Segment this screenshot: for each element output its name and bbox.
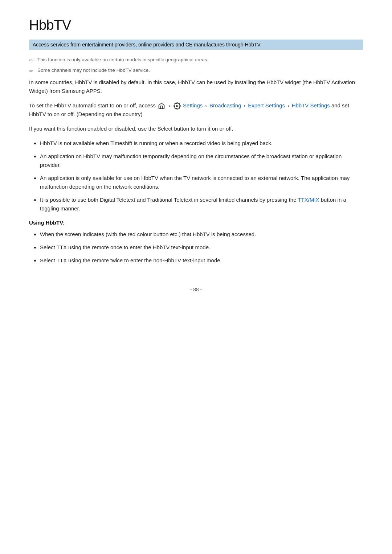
highlight-bar: Access services from entertainment provi… xyxy=(29,40,363,50)
page-footer: - 88 - xyxy=(29,287,363,292)
home-icon xyxy=(158,102,165,110)
page-title: HbbTV xyxy=(29,17,363,33)
note-item-2: ✏ Some channels may not include the HbbT… xyxy=(29,67,363,74)
using-hbbtv-heading: Using HbbTV: xyxy=(29,219,363,226)
chevron-3: › xyxy=(244,103,245,108)
para-3: If you want this function enabled or dis… xyxy=(29,124,363,133)
para-1: In some countries, HbbTV is disabled by … xyxy=(29,78,363,95)
settings-link[interactable]: Settings xyxy=(183,102,203,108)
chevron-4: › xyxy=(287,103,289,108)
using-bullet-list: When the screen indicates (with the red … xyxy=(40,230,363,265)
using-bullet-3: Select TTX using the remote twice to ent… xyxy=(40,256,363,265)
main-bullet-list: HbbTV is not available when Timeshift is… xyxy=(40,139,363,213)
settings-icon xyxy=(173,102,181,110)
bullet-item-2: An application on HbbTV may malfunction … xyxy=(40,152,363,169)
para-2: To set the HbbTV automatic start to on o… xyxy=(29,101,363,119)
bullet-item-4: It is possible to use both Digital Telet… xyxy=(40,196,363,213)
chevron-2: › xyxy=(205,103,207,108)
broadcasting-link[interactable]: Broadcasting xyxy=(209,102,241,108)
pencil-icon-1: ✏ xyxy=(29,57,34,64)
note-text-1: This function is only available on certa… xyxy=(37,57,208,62)
using-bullet-1: When the screen indicates (with the red … xyxy=(40,230,363,239)
ttx-mix-link[interactable]: TTX/MIX xyxy=(298,197,319,203)
para2-prefix: To set the HbbTV automatic start to on o… xyxy=(29,102,156,108)
bullet-item-1: HbbTV is not available when Timeshift is… xyxy=(40,139,363,148)
note-text-2: Some channels may not include the HbbTV … xyxy=(37,67,150,73)
hbbtv-settings-link[interactable]: HbbTV Settings xyxy=(292,102,330,108)
svg-point-0 xyxy=(176,105,178,107)
expert-settings-link[interactable]: Expert Settings xyxy=(248,102,285,108)
using-bullet-2: Select TTX using the remote once to ente… xyxy=(40,243,363,252)
pencil-icon-2: ✏ xyxy=(29,68,34,74)
chevron-1: › xyxy=(168,103,170,108)
bullet-item-3: An application is only available for use… xyxy=(40,174,363,191)
note-item-1: ✏ This function is only available on cer… xyxy=(29,57,363,64)
